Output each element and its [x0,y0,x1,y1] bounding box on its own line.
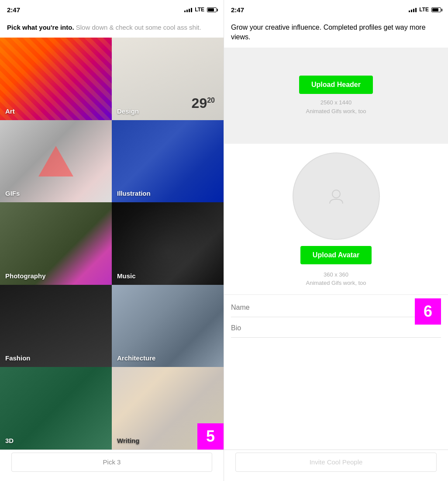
grid-item-illustration[interactable]: Illustration [112,120,224,203]
3d-label: 3D [5,437,14,444]
right-status-icons: LTE [409,7,441,13]
grid-item-gifs[interactable]: GIFs [0,120,112,203]
art-label: Art [5,107,15,115]
right-header-bold: Grow your creative influence. [231,24,321,31]
header-upload-section: Upload Header 2560 x 1440 Animated Gifs … [224,48,448,144]
grid-item-architecture[interactable]: Architecture [112,285,224,367]
grid-item-design[interactable]: 2920 Design [112,38,224,120]
design-number-overlay: 2920 [192,95,215,111]
left-header-light: Slow down & check out some cool ass shit… [74,24,201,31]
battery-icon [207,7,217,12]
fashion-label: Fashion [5,354,31,362]
grid-item-art[interactable]: Art [0,38,112,120]
left-panel: 2:47 LTE Pick what you're into. Slow dow… [0,0,224,481]
architecture-label: Architecture [117,354,155,362]
left-badge-number: 5 [197,423,224,450]
avatar-circle[interactable] [293,152,380,240]
lte-label: LTE [195,7,204,13]
bio-input[interactable] [231,322,441,334]
grid-item-fashion[interactable]: Fashion [0,285,112,367]
upload-avatar-button[interactable]: Upload Avatar [300,246,372,264]
upload-header-button[interactable]: Upload Header [299,76,373,94]
left-status-time: 2:47 [7,6,20,14]
name-input[interactable] [231,302,441,313]
svg-point-0 [332,190,340,198]
left-header-bold: Pick what you're into. [7,24,74,31]
music-label: Music [117,272,136,280]
left-bottom-bar: Pick 3 [0,450,224,481]
right-badge-number: 6 [415,298,441,325]
left-status-icons: LTE [184,7,217,13]
grid-item-photography[interactable]: Photography [0,202,112,285]
right-signal-icon [409,7,417,12]
grid-item-writing[interactable]: Writing 5 [112,367,224,450]
invite-button[interactable]: Invite Cool People [235,453,437,472]
upload-header-hint: 2560 x 1440 Animated Gifs work, too [306,98,366,115]
left-header: Pick what you're into. Slow down & check… [0,19,224,38]
right-status-bar: 2:47 LTE [224,0,448,19]
upload-avatar-hint: 360 x 360 Animated Gifs work, too [306,270,366,287]
pick-button[interactable]: Pick 3 [11,453,213,472]
right-header: Grow your creative influence. Completed … [224,19,448,48]
avatar-section: Upload Avatar 360 x 360 Animated Gifs wo… [224,144,448,295]
gifs-label: GIFs [5,190,20,197]
illustration-label: Illustration [117,190,151,197]
photography-label: Photography [5,272,46,280]
signal-icon [184,7,192,12]
right-lte-label: LTE [419,7,429,13]
grid-item-music[interactable]: Music [112,202,224,285]
left-status-bar: 2:47 LTE [0,0,224,19]
right-battery-icon [431,7,441,12]
design-label: Design [117,107,139,115]
right-bottom-bar: Invite Cool People [224,450,448,481]
right-panel: 2:47 LTE Grow your creative influence. C… [224,0,448,481]
name-field-container: 6 [231,302,441,317]
avatar-placeholder-icon [325,185,347,207]
interest-grid: Art 2920 Design GIFs Illustration Photog… [0,38,224,450]
right-status-time: 2:47 [231,6,244,14]
writing-label: Writing [117,437,139,444]
profile-form: 6 [224,295,448,450]
grid-item-3d[interactable]: 3D [0,367,112,450]
bio-field-container [231,322,441,338]
